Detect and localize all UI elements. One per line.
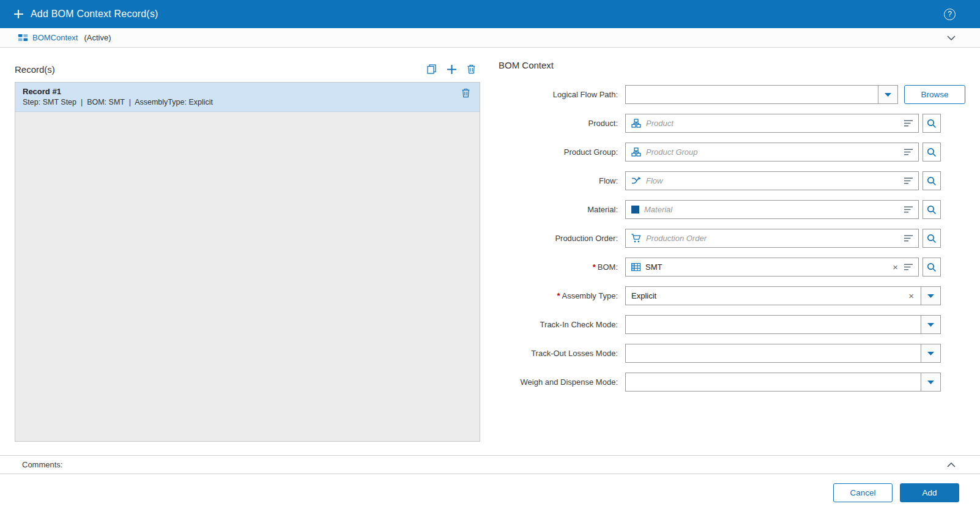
track-in-check-mode-select[interactable] (625, 315, 941, 334)
flow-icon (631, 177, 641, 185)
field-row-product-group: Product Group: Product Group (499, 143, 965, 162)
delete-record-icon[interactable] (467, 64, 475, 74)
records-panel: Record(s) Reco (15, 48, 480, 455)
form-title: BOM Context (499, 60, 965, 70)
comments-collapse-chevron-up-icon[interactable] (947, 462, 956, 467)
track-out-losses-mode-select[interactable] (625, 344, 941, 363)
dropdown-arrow-icon[interactable] (921, 373, 940, 391)
flow-input[interactable]: Flow (625, 171, 919, 190)
field-label: Material: (499, 205, 618, 214)
dropdown-arrow-icon[interactable] (878, 86, 897, 103)
field-label: Flow: (499, 176, 618, 185)
filter-icon[interactable] (904, 264, 913, 270)
main-content: Record(s) Reco (0, 48, 980, 455)
page-title: Add BOM Context Record(s) (31, 9, 158, 20)
production-order-search-button[interactable] (922, 229, 941, 248)
product-group-icon (631, 147, 641, 157)
field-label: *BOM: (499, 262, 618, 272)
required-asterisk: * (593, 262, 596, 272)
production-order-cart-icon (631, 234, 641, 243)
field-row-product: Product: Product (499, 114, 965, 133)
field-label: Logical Flow Path: (499, 90, 618, 99)
field-row-material: Material: Material (499, 200, 965, 219)
record-trash-icon[interactable] (462, 88, 470, 100)
add-plus-icon (13, 9, 23, 19)
comments-section: Comments: (0, 455, 980, 474)
title-bar: Add BOM Context Record(s) ? (0, 0, 980, 28)
records-title: Record(s) (15, 64, 55, 75)
filter-icon[interactable] (904, 149, 913, 155)
material-input[interactable]: Material (625, 200, 919, 219)
dropdown-arrow-icon[interactable] (921, 344, 940, 362)
field-row-weigh-and-dispense-mode: Weigh and Dispense Mode: (499, 373, 965, 392)
field-row-assembly-type: *Assembly Type: Explicit × (499, 286, 965, 305)
footer-actions: Cancel Add (0, 474, 980, 502)
product-group-search-button[interactable] (922, 143, 941, 162)
entity-link[interactable]: BOMContext (32, 33, 78, 42)
placeholder-text: Material (644, 205, 904, 214)
clear-icon[interactable]: × (908, 291, 914, 300)
placeholder-text: Product Group (646, 147, 904, 157)
entity-icon (18, 34, 28, 42)
dropdown-arrow-icon[interactable] (921, 287, 940, 305)
field-label: Weigh and Dispense Mode: (499, 377, 618, 387)
entity-status: (Active) (84, 33, 111, 42)
field-label: *Assembly Type: (499, 291, 618, 300)
comments-label: Comments: (22, 460, 62, 469)
filter-icon[interactable] (904, 206, 913, 213)
entity-bar: BOMContext (Active) (0, 28, 980, 48)
field-row-bom: *BOM: SMT × (499, 258, 965, 277)
bom-value: SMT (645, 262, 893, 272)
product-input[interactable]: Product (625, 114, 919, 133)
field-label: Product: (499, 119, 618, 128)
placeholder-text: Flow (646, 176, 904, 185)
add-record-icon[interactable] (447, 64, 457, 75)
field-row-production-order: Production Order: Production Order (499, 229, 965, 248)
bom-input[interactable]: SMT × (625, 258, 919, 277)
record-title: Record #1 (23, 87, 213, 96)
placeholder-text: Product (646, 119, 904, 128)
clear-icon[interactable]: × (893, 262, 898, 272)
browse-button[interactable]: Browse (904, 85, 965, 104)
bom-context-form: BOM Context Logical Flow Path: Browse Pr… (499, 48, 965, 455)
bom-search-button[interactable] (922, 258, 941, 277)
placeholder-text: Production Order (646, 234, 904, 243)
record-list: Record #1 Step: SMT Step | BOM: SMT | As… (15, 82, 480, 442)
required-asterisk: * (557, 291, 560, 300)
field-label: Track-In Check Mode: (499, 320, 618, 329)
assembly-type-select[interactable]: Explicit × (625, 286, 941, 305)
filter-icon[interactable] (904, 235, 913, 242)
field-label: Production Order: (499, 234, 618, 243)
product-icon (631, 119, 641, 128)
production-order-input[interactable]: Production Order (625, 229, 919, 248)
field-row-track-in-check-mode: Track-In Check Mode: (499, 315, 965, 334)
add-button[interactable]: Add (900, 483, 959, 502)
field-label: Track-Out Losses Mode: (499, 349, 618, 358)
product-group-input[interactable]: Product Group (625, 143, 919, 162)
field-label: Product Group: (499, 147, 618, 157)
filter-icon[interactable] (904, 177, 913, 184)
record-subtitle: Step: SMT Step | BOM: SMT | AssemblyType… (23, 98, 213, 106)
product-search-button[interactable] (922, 114, 941, 133)
collapse-chevron-down-icon[interactable] (947, 35, 956, 40)
material-icon (631, 206, 639, 214)
logical-flow-path-input[interactable] (625, 85, 898, 104)
flow-search-button[interactable] (922, 171, 941, 190)
bom-table-icon (631, 263, 640, 271)
field-row-track-out-losses-mode: Track-Out Losses Mode: (499, 344, 965, 363)
dropdown-arrow-icon[interactable] (921, 316, 940, 333)
duplicate-record-icon[interactable] (427, 64, 436, 74)
material-search-button[interactable] (922, 200, 941, 219)
record-row-selected[interactable]: Record #1 Step: SMT Step | BOM: SMT | As… (15, 83, 480, 112)
help-icon[interactable]: ? (944, 9, 956, 20)
filter-icon[interactable] (904, 120, 913, 127)
field-row-flow: Flow: Flow (499, 171, 965, 190)
cancel-button[interactable]: Cancel (833, 483, 893, 502)
field-row-logical-flow-path: Logical Flow Path: Browse (499, 85, 965, 104)
weigh-and-dispense-mode-select[interactable] (625, 373, 941, 392)
assembly-type-value: Explicit (631, 291, 908, 300)
